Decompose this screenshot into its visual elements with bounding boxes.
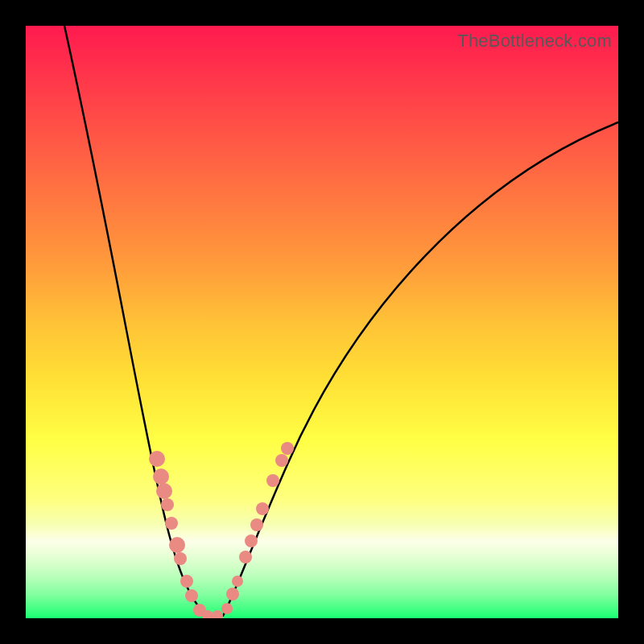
scatter-dot xyxy=(281,442,294,455)
scatter-dot xyxy=(161,498,174,511)
scatter-dot xyxy=(165,517,178,530)
curve-left-arm xyxy=(64,26,207,616)
chart-frame: TheBottleneck.com xyxy=(0,0,644,644)
scatter-dot xyxy=(226,588,239,601)
scatter-dot xyxy=(169,537,185,553)
scatter-dot xyxy=(275,454,288,467)
scatter-dot xyxy=(156,483,172,499)
curve-right-arm xyxy=(223,122,618,616)
curve-svg xyxy=(26,26,618,618)
scatter-dot xyxy=(185,589,198,602)
scatter-dot xyxy=(250,518,263,531)
scatter-dot xyxy=(153,469,169,485)
scatter-dot xyxy=(256,502,269,515)
scatter-dot xyxy=(266,474,279,487)
scatter-dot xyxy=(232,576,243,587)
scatter-dots xyxy=(149,442,294,618)
chart-plot-area: TheBottleneck.com xyxy=(26,26,618,618)
scatter-dot xyxy=(149,451,165,467)
scatter-dot xyxy=(174,552,187,565)
scatter-dot xyxy=(180,575,193,588)
scatter-dot xyxy=(245,535,258,547)
scatter-dot xyxy=(212,610,223,618)
scatter-dot xyxy=(239,551,252,564)
scatter-dot xyxy=(221,603,233,614)
curve-paths xyxy=(64,26,618,616)
